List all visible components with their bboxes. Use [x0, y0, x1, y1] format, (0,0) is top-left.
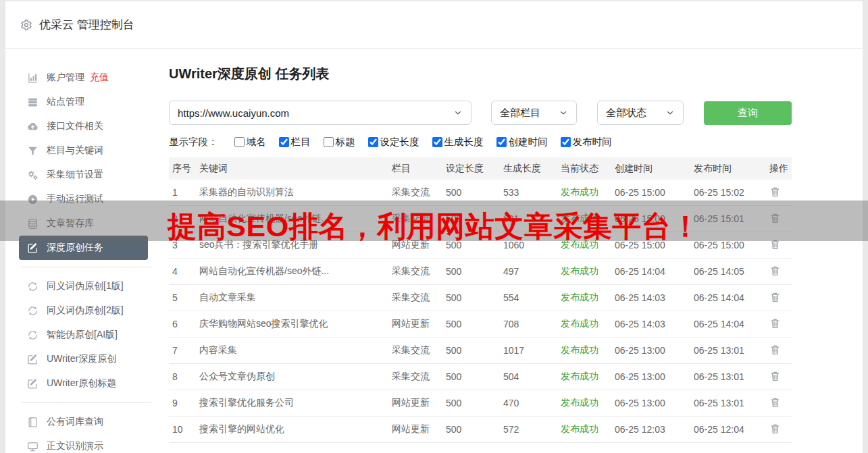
delete-button[interactable] [769, 344, 783, 357]
gen-length-cell: 572 [500, 424, 557, 435]
site-select[interactable]: https://www.ucaiyun.com [169, 101, 471, 125]
sidebar-divider [22, 402, 151, 403]
row-number: 4 [169, 266, 196, 277]
gen-length-cell: 470 [500, 398, 557, 408]
recharge-link[interactable]: 充值 [90, 72, 109, 84]
sidebar-item-ai-original[interactable]: 智能伪原创[AI版] [5, 323, 169, 347]
created-at-cell: 06-25 14:04 [611, 266, 690, 277]
server-icon [27, 97, 39, 108]
table-row: 10搜索引擎的网站优化网站更新500572发布成功06-25 12:0306-2… [169, 417, 792, 443]
status-cell: 发布成功 [557, 344, 611, 356]
actions-cell [766, 423, 792, 437]
set-length-cell: 500 [442, 398, 500, 408]
chart-icon [27, 72, 39, 84]
column-header: 栏目 [388, 163, 442, 175]
set-length-cell: 500 [442, 266, 500, 277]
created-at-cell: 06-25 15:00 [611, 187, 690, 198]
table-row: 8公众号文章伪原创采集交流500504发布成功06-25 13:0006-25 … [169, 364, 792, 390]
table-row: 6庆华购物网站seo搜索引擎优化网站更新500708发布成功06-25 14:0… [169, 311, 792, 338]
sidebar-item-columns-keywords[interactable]: 栏目与关键词 [5, 138, 169, 163]
created-at-cell: 06-25 13:00 [611, 345, 690, 356]
set-length-cell: 500 [442, 371, 500, 382]
field-checkbox-input[interactable] [496, 137, 507, 147]
published-at-cell: 06-25 15:02 [690, 187, 766, 198]
field-checkbox-3[interactable]: 设定长度 [368, 136, 419, 149]
query-button[interactable]: 查询 [704, 101, 792, 125]
sidebar-item-label: UWriter深度原创 [47, 353, 116, 365]
created-at-cell: 06-25 14:03 [611, 292, 690, 303]
actions-cell [766, 291, 792, 305]
sidebar-item-collection-settings[interactable]: 采集细节设置 [5, 163, 169, 187]
sidebar-item-account-management[interactable]: 账户管理充值 [5, 65, 169, 90]
field-checkbox-input[interactable] [432, 137, 442, 147]
gen-length-cell: 708 [500, 319, 557, 329]
column-header: 发布时间 [690, 163, 766, 175]
status-select-value: 全部状态 [606, 107, 646, 119]
field-checkbox-label: 设定长度 [380, 136, 419, 149]
delete-button[interactable] [769, 265, 783, 278]
actions-cell [766, 186, 792, 200]
edit-icon [27, 378, 39, 390]
status-cell: 发布成功 [557, 186, 611, 198]
delete-button[interactable] [769, 423, 783, 436]
field-checkbox-4[interactable]: 生成长度 [432, 136, 484, 149]
sidebar-item-interface-files[interactable]: 接口文件相关 [5, 114, 169, 138]
filter-icon [27, 145, 39, 157]
actions-cell [766, 396, 792, 410]
field-checkbox-input[interactable] [279, 137, 289, 147]
keyword-cell: 采集器的自动识别算法 [196, 186, 388, 198]
gen-length-cell: 497 [500, 266, 557, 277]
created-at-cell: 06-25 13:00 [611, 398, 690, 408]
delete-button[interactable] [769, 396, 783, 410]
set-length-cell: 500 [442, 292, 500, 303]
set-length-cell: 500 [442, 187, 500, 198]
field-checkbox-label: 域名 [247, 136, 266, 149]
sidebar-item-public-thesaurus[interactable]: 公有词库查询 [5, 410, 169, 434]
sidebar: 账户管理充值站点管理接口文件相关栏目与关键词采集细节设置手动运行测试文章暂存库深… [5, 49, 169, 452]
trash-icon [769, 317, 781, 329]
field-checkbox-5[interactable]: 创建时间 [496, 136, 548, 149]
sidebar-item-label: 同义词伪原创[1版] [47, 280, 124, 292]
field-checkbox-0[interactable]: 域名 [234, 136, 266, 149]
delete-button[interactable] [769, 291, 783, 304]
table-row: 9搜索引擎优化服务公司网站更新500470发布成功06-25 13:0006-2… [169, 390, 792, 417]
actions-cell [766, 344, 792, 358]
sidebar-item-uwriter-original-title[interactable]: UWriter原创标题 [5, 371, 169, 396]
category-cell: 采集交流 [388, 265, 442, 277]
delete-button[interactable] [769, 370, 783, 383]
field-checkbox-label: 发布时间 [573, 136, 612, 149]
table-header-row: 序号关键词栏目设定长度生成长度当前状态创建时间发布时间操作 [169, 157, 792, 180]
sidebar-item-uwriter-deep-original[interactable]: UWriter深度原创 [5, 347, 169, 371]
delete-button[interactable] [769, 186, 783, 199]
book-icon [27, 417, 39, 428]
published-at-cell: 06-25 14:04 [690, 319, 766, 329]
trash-icon [769, 370, 781, 382]
sidebar-item-synonym-original-v1[interactable]: 同义词伪原创[1版] [5, 274, 169, 298]
sidebar-divider [22, 267, 151, 267]
field-checkbox-input[interactable] [561, 137, 571, 147]
created-at-cell: 06-25 14:03 [611, 319, 690, 329]
field-checkbox-1[interactable]: 栏目 [279, 136, 311, 149]
field-checkbox-input[interactable] [324, 137, 334, 147]
monitor-icon [27, 441, 39, 452]
category-cell: 采集交流 [388, 371, 442, 383]
field-checkbox-input[interactable] [368, 137, 378, 147]
status-select[interactable]: 全部状态 [597, 101, 684, 125]
delete-button[interactable] [769, 317, 783, 331]
actions-cell [766, 317, 792, 331]
sidebar-item-synonym-original-v2[interactable]: 同义词伪原创[2版] [5, 298, 169, 323]
column-select[interactable]: 全部栏目 [491, 101, 577, 125]
promo-banner-text: 提高SEO排名，利用网站文章采集平台！ [168, 207, 700, 246]
column-header: 设定长度 [442, 163, 500, 175]
cloud-upload-icon [27, 121, 39, 132]
sidebar-item-body-recognition-demo[interactable]: 正文识别演示 [5, 434, 169, 453]
trash-icon [769, 291, 781, 303]
trash-icon [769, 423, 781, 435]
category-cell: 网站更新 [388, 318, 442, 330]
field-checkbox-label: 生成长度 [444, 136, 484, 149]
field-checkbox-input[interactable] [234, 137, 245, 147]
sidebar-item-site-management[interactable]: 站点管理 [5, 90, 169, 114]
row-number: 7 [169, 345, 196, 356]
field-checkbox-2[interactable]: 标题 [324, 136, 355, 149]
field-checkbox-6[interactable]: 发布时间 [561, 136, 612, 149]
